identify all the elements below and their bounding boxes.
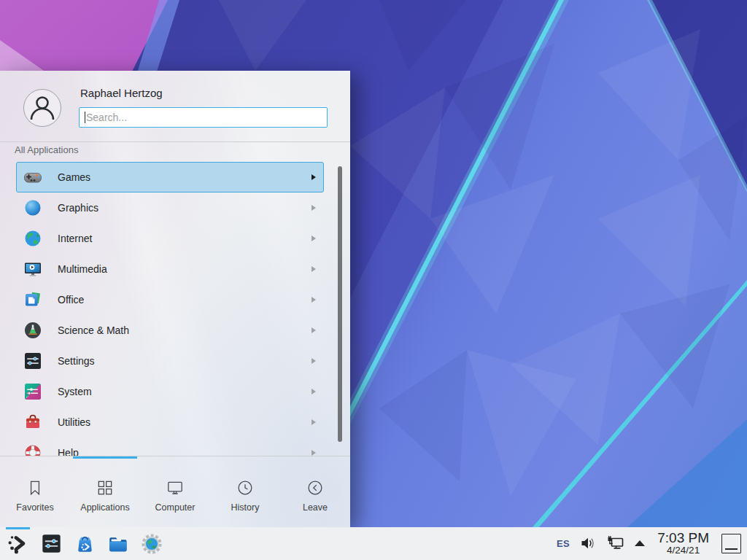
digital-clock[interactable]: 7:03 PM 4/24/21 xyxy=(654,531,712,556)
category-games[interactable]: Games xyxy=(16,162,324,192)
submenu-arrow-icon xyxy=(311,236,316,241)
expand-tray-caret-icon[interactable] xyxy=(635,540,645,546)
desktop[interactable]: Raphael Hertzog Search... All Applicatio… xyxy=(0,0,747,560)
user-name: Raphael Hertzog xyxy=(80,87,163,99)
tab-computer[interactable]: Computer xyxy=(140,459,210,527)
text-caret xyxy=(85,112,85,123)
tab-applications[interactable]: Applications xyxy=(70,459,140,527)
submenu-arrow-icon xyxy=(311,450,316,456)
taskbar-left xyxy=(0,532,163,556)
clock-time: 7:03 PM xyxy=(657,531,709,545)
show-desktop-button[interactable] xyxy=(721,534,741,553)
category-system[interactable]: System xyxy=(16,376,324,407)
kde-application-launcher-icon xyxy=(6,532,29,556)
office-documents-icon xyxy=(23,289,43,310)
user-silhouette-icon xyxy=(24,90,61,126)
category-settings[interactable]: Settings xyxy=(16,346,324,376)
leave-back-icon xyxy=(306,478,325,497)
user-avatar[interactable] xyxy=(23,89,61,127)
keyboard-layout-indicator[interactable]: ES xyxy=(557,538,570,549)
launcher-header: Raphael Hertzog Search... xyxy=(0,71,350,141)
search-placeholder: Search... xyxy=(86,112,127,123)
list-scrollbar-handle[interactable] xyxy=(338,166,342,442)
category-graphics[interactable]: Graphics xyxy=(16,192,324,223)
dolphin-task-button[interactable] xyxy=(107,532,130,556)
submenu-arrow-icon xyxy=(311,358,316,364)
volume-speaker-icon[interactable] xyxy=(579,534,597,552)
launcher-active-indicator xyxy=(6,527,30,529)
section-label: All Applications xyxy=(15,144,78,155)
favorites-bookmark-icon xyxy=(26,478,44,497)
submenu-arrow-icon xyxy=(311,419,316,425)
help-lifebuoy-icon xyxy=(23,443,43,456)
system-settings-task-button[interactable] xyxy=(39,532,63,556)
submenu-arrow-icon xyxy=(311,327,316,333)
clock-date: 4/24/21 xyxy=(667,545,700,556)
submenu-arrow-icon xyxy=(311,297,316,303)
internet-globe-icon xyxy=(23,228,43,249)
application-launcher-menu: Raphael Hertzog Search... All Applicatio… xyxy=(0,71,350,527)
science-flask-icon xyxy=(23,320,43,341)
settings-sliders-icon xyxy=(23,351,43,371)
games-gamepad-icon xyxy=(23,167,43,187)
search-input[interactable]: Search... xyxy=(79,107,328,128)
graphics-sphere-icon xyxy=(23,198,43,218)
system-sliders-icon xyxy=(23,381,43,402)
application-category-list: Games Graphics xyxy=(0,159,350,456)
konqueror-task-button[interactable] xyxy=(140,532,163,556)
applications-grid-icon xyxy=(96,478,115,497)
system-tray: ES 7:03 PM 4/24/21 xyxy=(557,531,747,556)
submenu-arrow-icon xyxy=(311,205,316,211)
submenu-arrow-icon xyxy=(311,389,316,394)
tab-favorites[interactable]: Favorites xyxy=(0,459,70,527)
submenu-arrow-icon xyxy=(311,174,316,180)
category-help[interactable]: Help xyxy=(16,438,324,456)
category-utilities[interactable]: Utilities xyxy=(16,407,324,438)
network-icon[interactable] xyxy=(606,534,625,552)
discover-software-icon xyxy=(74,532,96,555)
konqueror-browser-icon xyxy=(140,532,163,556)
history-clock-icon xyxy=(236,478,255,497)
dolphin-file-manager-icon xyxy=(107,532,130,556)
separator xyxy=(0,141,350,142)
utilities-toolbox-icon xyxy=(23,412,43,432)
category-office[interactable]: Office xyxy=(16,284,324,315)
system-settings-icon xyxy=(40,532,63,555)
discover-task-button[interactable] xyxy=(73,532,96,556)
multimedia-player-icon xyxy=(23,259,43,279)
application-launcher-button[interactable] xyxy=(6,532,29,556)
computer-monitor-icon xyxy=(166,478,185,497)
category-internet[interactable]: Internet xyxy=(16,223,324,254)
category-science-math[interactable]: Science & Math xyxy=(16,315,324,346)
taskbar-panel: ES 7:03 PM 4/24/21 xyxy=(0,527,747,560)
submenu-arrow-icon xyxy=(311,266,316,272)
category-multimedia[interactable]: Multimedia xyxy=(16,254,324,284)
launcher-tab-bar: Favorites Applications Computer xyxy=(0,459,350,527)
tab-leave[interactable]: Leave xyxy=(280,459,350,527)
separator xyxy=(0,456,350,456)
tab-history[interactable]: History xyxy=(210,459,280,527)
